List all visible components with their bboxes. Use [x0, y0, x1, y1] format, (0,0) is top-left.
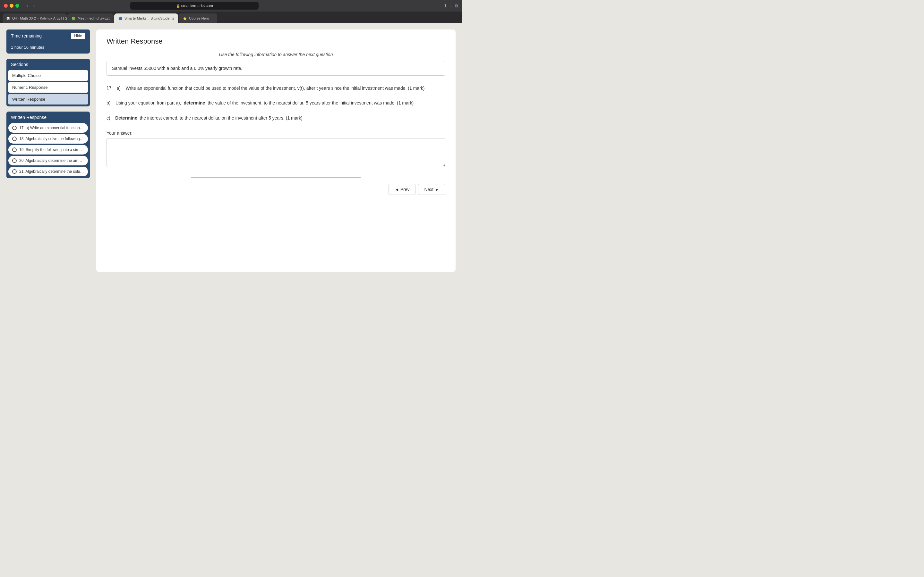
- tab-coursehero-label: Course Hero: [189, 16, 209, 20]
- question-number: 17.: [107, 85, 113, 92]
- timer-value: 1 hour 16 minutes: [6, 42, 90, 53]
- tab-coursehero[interactable]: ⭐ Course Hero: [179, 13, 217, 23]
- question-17a: 17. a) Write an exponential function tha…: [107, 85, 445, 92]
- tabs-button[interactable]: ⧉: [455, 3, 458, 9]
- part-b-bold: determine: [184, 100, 205, 105]
- timer-box: Time remaining Hide 1 hour 16 minutes: [6, 29, 90, 53]
- sections-box: Sections Multiple Choice Numeric Respons…: [6, 59, 90, 106]
- tab-smartermarks[interactable]: 🔵 SmarterMarks :: SittingStudents: [114, 13, 178, 23]
- question-17b: b) Using your equation from part a), det…: [107, 99, 445, 106]
- lock-icon: 🔒: [176, 4, 180, 8]
- page-title: Written Response: [107, 37, 445, 45]
- timer-title: Time remaining: [11, 33, 42, 39]
- q19-label: 19. Simplify the following into a single…: [19, 147, 84, 152]
- q18-radio: [12, 137, 17, 141]
- info-text: Samuel invests $5000 with a bank and a 6…: [112, 66, 242, 71]
- math-favicon: 📊: [6, 16, 10, 21]
- q20-radio: [12, 158, 17, 163]
- close-button[interactable]: [4, 4, 8, 8]
- browser-nav: ‹ ›: [24, 2, 37, 9]
- question-17c: c) Determine the interest earned, to the…: [107, 114, 445, 121]
- share-button[interactable]: ⬆: [443, 3, 447, 8]
- questions-box: Written Response 17. a) Write an exponen…: [6, 111, 90, 178]
- q21-label: 21. Algebraically determine the solution…: [19, 169, 84, 174]
- q21-radio: [12, 169, 17, 174]
- question-17: 17. a) Write an exponential function tha…: [107, 85, 445, 121]
- hide-button[interactable]: Hide: [71, 33, 86, 39]
- main-content: Time remaining Hide 1 hour 16 minutes Se…: [0, 23, 462, 278]
- tab-meet[interactable]: 🟢 Meet – eoh-dhzy-zzt: [67, 13, 113, 23]
- section-multiple-choice[interactable]: Multiple Choice: [8, 70, 88, 81]
- tab-math[interactable]: 📊 Q4 - Math 30-2 – Kalynuk Argyll | Sync…: [3, 13, 67, 23]
- section-numeric-response[interactable]: Numeric Response: [8, 82, 88, 93]
- question-item-20[interactable]: 20. Algebraically determine the amount o…: [8, 156, 88, 165]
- next-button[interactable]: Next ►: [418, 184, 445, 195]
- maximize-button[interactable]: [15, 4, 19, 8]
- part-c-bold: Determine: [115, 115, 137, 121]
- q17a-label: 17. a) Write an exponential function tha…: [19, 126, 84, 130]
- part-a-label: a): [116, 85, 120, 91]
- sections-header: Sections: [6, 59, 90, 70]
- question-item-17a[interactable]: 17. a) Write an exponential function tha…: [8, 123, 88, 133]
- smartermarks-favicon: 🔵: [118, 16, 123, 21]
- forward-button[interactable]: ›: [31, 2, 37, 9]
- q18-label: 18. Algebraically solve the following ex…: [19, 137, 84, 141]
- answer-textarea[interactable]: [107, 138, 445, 167]
- new-tab-button[interactable]: +: [450, 3, 452, 8]
- meet-favicon: 🟢: [71, 16, 76, 21]
- url-text: smartermarks.com: [181, 3, 213, 8]
- question-17c-text: c) Determine the interest earned, to the…: [107, 114, 445, 121]
- coursehero-favicon: ⭐: [183, 16, 187, 21]
- address-bar[interactable]: 🔒 smartermarks.com: [130, 2, 258, 10]
- q19-radio: [12, 147, 17, 152]
- part-b-text-after: the value of the investment, to the near…: [208, 100, 414, 105]
- part-b-text-before: Using your equation from part a),: [115, 100, 181, 105]
- info-box: Samuel invests $5000 with a bank and a 6…: [107, 61, 445, 76]
- timer-header: Time remaining Hide: [6, 29, 90, 42]
- q20-label: 20. Algebraically determine the amount o…: [19, 158, 84, 163]
- back-button[interactable]: ‹: [24, 2, 30, 9]
- tab-bar: 📊 Q4 - Math 30-2 – Kalynuk Argyll | Sync…: [0, 11, 462, 23]
- your-answer-label: Your answer:: [107, 131, 445, 135]
- part-c-label: c): [107, 115, 110, 121]
- section-written-response[interactable]: Written Response: [8, 94, 88, 105]
- tab-smartermarks-label: SmarterMarks :: SittingStudents: [124, 16, 174, 20]
- prev-button[interactable]: ◄ Prev: [389, 184, 416, 195]
- question-17a-text: a) Write an exponential function that co…: [116, 85, 425, 92]
- answer-block: Your answer:: [107, 131, 445, 168]
- info-box-label: Use the following information to answer …: [107, 52, 445, 57]
- part-a-text: Write an exponential function that could…: [126, 85, 425, 91]
- question-17-row: 17. a) Write an exponential function tha…: [107, 85, 445, 92]
- question-17b-text: b) Using your equation from part a), det…: [107, 99, 445, 106]
- sidebar: Time remaining Hide 1 hour 16 minutes Se…: [6, 29, 90, 272]
- minimize-button[interactable]: [10, 4, 13, 8]
- traffic-lights: [4, 4, 19, 8]
- question-item-18[interactable]: 18. Algebraically solve the following ex…: [8, 134, 88, 143]
- tab-meet-label: Meet – eoh-dhzy-zzt: [78, 16, 110, 20]
- browser-actions: ⬆ + ⧉: [443, 3, 458, 9]
- part-b-label: b): [107, 100, 110, 105]
- questions-header: Written Response: [6, 111, 90, 123]
- browser-chrome: ‹ › 🔒 smartermarks.com ⬆ + ⧉: [0, 0, 462, 11]
- part-c-text-after: the interest earned, to the nearest doll…: [140, 115, 302, 121]
- nav-buttons: ◄ Prev Next ►: [107, 184, 445, 195]
- question-item-21[interactable]: 21. Algebraically determine the solution…: [8, 167, 88, 176]
- question-item-19[interactable]: 19. Simplify the following into a single…: [8, 145, 88, 155]
- q17a-radio: [12, 126, 17, 130]
- content-area: Written Response Use the following infor…: [96, 29, 456, 272]
